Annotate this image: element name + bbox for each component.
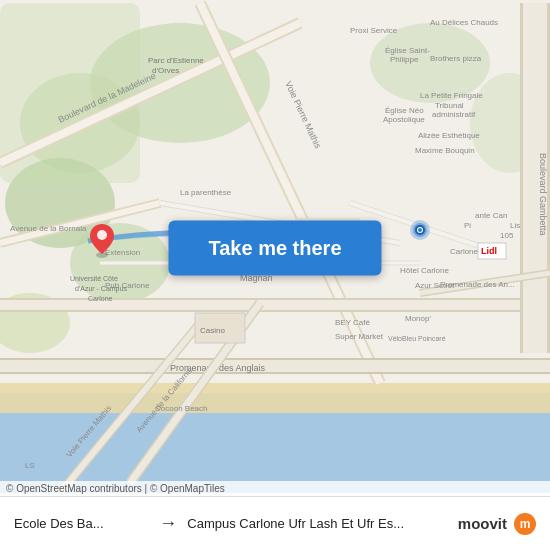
svg-text:administratif: administratif [432,110,476,119]
svg-text:La parenthèse: La parenthèse [180,188,232,197]
svg-rect-11 [0,383,550,413]
svg-text:d'Azur - Campus: d'Azur - Campus [75,285,127,293]
arrow-icon: → [159,513,177,534]
map-container: Boulevard de la Madeleine Avenue de la B… [0,0,550,496]
svg-text:Avenue de la Bornala: Avenue de la Bornala [10,224,87,233]
svg-text:La Petite Fringale: La Petite Fringale [420,91,483,100]
svg-text:Boulevard Gambetta: Boulevard Gambetta [538,153,548,236]
svg-text:Parc d'Estienne: Parc d'Estienne [148,56,204,65]
svg-text:Hôtel Carlone: Hôtel Carlone [400,266,449,275]
moovit-logo: moovit m [458,513,536,535]
app: Boulevard de la Madeleine Avenue de la B… [0,0,550,550]
svg-point-85 [97,230,107,240]
svg-text:Lis: Lis [510,221,520,230]
svg-text:Proxi Service: Proxi Service [350,26,398,35]
svg-text:Brothers pizza: Brothers pizza [430,54,482,63]
svg-point-90 [418,228,422,232]
origin-marker [88,222,116,262]
svg-text:d'Orves: d'Orves [152,66,179,75]
map-attribution: © OpenStreetMap contributors | © OpenMap… [0,481,550,496]
svg-text:Tribunal: Tribunal [435,101,464,110]
svg-text:Super Market: Super Market [335,332,384,341]
svg-rect-24 [0,360,550,372]
svg-text:Casino: Casino [200,326,225,335]
svg-text:Apostolique: Apostolique [383,115,425,124]
bottom-bar: Ecole Des Ba... → Campus Carlone Ufr Las… [0,496,550,550]
svg-text:Alizée Esthétique: Alizée Esthétique [418,131,480,140]
svg-text:Carlone: Carlone [450,247,479,256]
svg-text:Monop': Monop' [405,314,431,323]
destination-label: Campus Carlone Ufr Lash Et Ufr Es... [187,516,458,531]
svg-text:105: 105 [500,231,514,240]
take-me-there-button[interactable]: Take me there [168,221,381,276]
svg-text:BEY Café: BEY Café [335,318,371,327]
svg-text:Église Néo: Église Néo [385,106,424,115]
svg-text:Au Délices Chauds: Au Délices Chauds [430,18,498,27]
svg-text:ante  Can: ante Can [475,211,507,220]
svg-text:Pi: Pi [464,221,471,230]
svg-text:LS: LS [25,461,35,470]
svg-text:Azur Scoot: Azur Scoot [415,281,455,290]
svg-text:Lidl: Lidl [481,246,497,256]
origin-label: Ecole Des Ba... [14,516,149,531]
destination-marker [408,218,432,246]
svg-rect-22 [0,300,550,310]
svg-text:Université Côte: Université Côte [70,275,118,282]
svg-text:VéloBleu Poincaré: VéloBleu Poincaré [388,335,446,342]
moovit-brand-text: moovit [458,515,507,532]
svg-text:Carlone: Carlone [88,295,113,302]
svg-text:Église Saint-: Église Saint- [385,46,430,55]
moovit-brand-dot: m [514,513,536,535]
svg-text:Cocoon Beach: Cocoon Beach [155,404,207,413]
svg-text:Maxime Bouquin: Maxime Bouquin [415,146,475,155]
svg-text:Philippe: Philippe [390,55,419,64]
